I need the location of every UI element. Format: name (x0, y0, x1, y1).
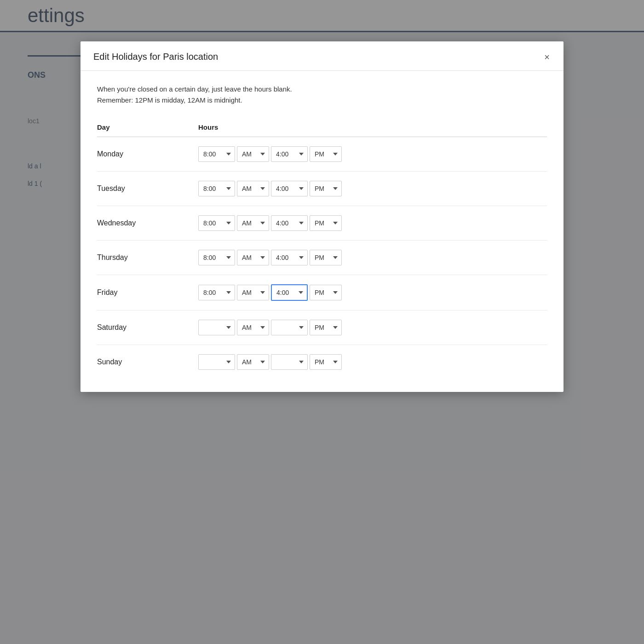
start-ampm-select-tuesday[interactable]: AMPM (237, 181, 269, 196)
start-ampm-select-friday[interactable]: AMPM (237, 285, 269, 300)
day-name-friday: Friday (97, 288, 117, 296)
modal-description-line1: When you're closed on a certain day, jus… (97, 84, 547, 95)
start-time-select-tuesday[interactable]: 12:001:002:003:004:005:006:007:008:009:0… (198, 181, 235, 196)
end-ampm-select-sunday[interactable]: AMPM (310, 354, 342, 370)
hours-cell-tuesday: 12:001:002:003:004:005:006:007:008:009:0… (198, 172, 547, 206)
start-ampm-select-sunday[interactable]: AMPM (237, 354, 269, 370)
hours-cell-friday: 12:001:002:003:004:005:006:007:008:009:0… (198, 275, 547, 310)
hours-cell-thursday: 12:001:002:003:004:005:006:007:008:009:0… (198, 241, 547, 275)
table-row: Saturday12:001:002:003:004:005:006:007:0… (97, 310, 547, 345)
start-time-select-thursday[interactable]: 12:001:002:003:004:005:006:007:008:009:0… (198, 250, 235, 265)
end-time-select-friday[interactable]: 12:001:002:003:004:005:006:007:008:009:0… (271, 284, 308, 301)
day-label-friday: Friday (97, 275, 198, 310)
day-label-wednesday: Wednesday (97, 206, 198, 241)
end-ampm-select-wednesday[interactable]: AMPM (310, 215, 342, 231)
table-row: Monday12:001:002:003:004:005:006:007:008… (97, 137, 547, 172)
hours-cell-sunday: 12:001:002:003:004:005:006:007:008:009:0… (198, 345, 547, 380)
day-name-saturday: Saturday (97, 323, 126, 331)
day-label-saturday: Saturday (97, 310, 198, 345)
modal-dialog: Edit Holidays for Paris location × When … (80, 41, 564, 392)
table-row: Sunday12:001:002:003:004:005:006:007:008… (97, 345, 547, 380)
start-time-select-sunday[interactable]: 12:001:002:003:004:005:006:007:008:009:0… (198, 354, 235, 370)
modal-close-button[interactable]: × (543, 52, 551, 62)
hours-cell-saturday: 12:001:002:003:004:005:006:007:008:009:0… (198, 310, 547, 345)
start-ampm-select-wednesday[interactable]: AMPM (237, 215, 269, 231)
end-time-select-sunday[interactable]: 12:001:002:003:004:005:006:007:008:009:0… (271, 354, 308, 370)
day-name-wednesday: Wednesday (97, 219, 136, 227)
modal-title: Edit Holidays for Paris location (93, 52, 218, 62)
end-ampm-select-saturday[interactable]: AMPM (310, 320, 342, 335)
end-time-select-wednesday[interactable]: 12:001:002:003:004:005:006:007:008:009:0… (271, 215, 308, 231)
modal-body: When you're closed on a certain day, jus… (80, 71, 564, 392)
day-name-thursday: Thursday (97, 253, 128, 261)
start-ampm-select-thursday[interactable]: AMPM (237, 250, 269, 265)
modal-header: Edit Holidays for Paris location × (80, 41, 564, 71)
start-time-select-saturday[interactable]: 12:001:002:003:004:005:006:007:008:009:0… (198, 320, 235, 335)
end-ampm-select-thursday[interactable]: AMPM (310, 250, 342, 265)
end-time-select-saturday[interactable]: 12:001:002:003:004:005:006:007:008:009:0… (271, 320, 308, 335)
day-label-sunday: Sunday (97, 345, 198, 380)
end-time-select-tuesday[interactable]: 12:001:002:003:004:005:006:007:008:009:0… (271, 181, 308, 196)
day-name-sunday: Sunday (97, 358, 122, 366)
start-ampm-select-monday[interactable]: AMPM (237, 146, 269, 162)
day-label-tuesday: Tuesday (97, 172, 198, 206)
table-row: Tuesday12:001:002:003:004:005:006:007:00… (97, 172, 547, 206)
modal-description: When you're closed on a certain day, jus… (97, 84, 547, 106)
day-label-monday: Monday (97, 137, 198, 172)
hours-table: Day Hours Monday12:001:002:003:004:005:0… (97, 120, 547, 379)
modal-description-line2: Remember: 12PM is midday, 12AM is midnig… (97, 95, 547, 106)
start-time-select-wednesday[interactable]: 12:001:002:003:004:005:006:007:008:009:0… (198, 215, 235, 231)
col-header-hours: Hours (198, 120, 547, 137)
day-name-monday: Monday (97, 150, 123, 158)
day-name-tuesday: Tuesday (97, 184, 125, 192)
table-row: Wednesday12:001:002:003:004:005:006:007:… (97, 206, 547, 241)
end-time-select-thursday[interactable]: 12:001:002:003:004:005:006:007:008:009:0… (271, 250, 308, 265)
table-row: Thursday12:001:002:003:004:005:006:007:0… (97, 241, 547, 275)
table-row: Friday12:001:002:003:004:005:006:007:008… (97, 275, 547, 310)
hours-cell-wednesday: 12:001:002:003:004:005:006:007:008:009:0… (198, 206, 547, 241)
end-ampm-select-friday[interactable]: AMPM (310, 285, 342, 300)
hours-cell-monday: 12:001:002:003:004:005:006:007:008:009:0… (198, 137, 547, 172)
end-time-select-monday[interactable]: 12:001:002:003:004:005:006:007:008:009:0… (271, 146, 308, 162)
day-label-thursday: Thursday (97, 241, 198, 275)
start-time-select-monday[interactable]: 12:001:002:003:004:005:006:007:008:009:0… (198, 146, 235, 162)
end-ampm-select-tuesday[interactable]: AMPM (310, 181, 342, 196)
end-ampm-select-monday[interactable]: AMPM (310, 146, 342, 162)
col-header-day: Day (97, 120, 198, 137)
start-ampm-select-saturday[interactable]: AMPM (237, 320, 269, 335)
start-time-select-friday[interactable]: 12:001:002:003:004:005:006:007:008:009:0… (198, 285, 235, 300)
modal-overlay: Edit Holidays for Paris location × When … (0, 0, 644, 644)
